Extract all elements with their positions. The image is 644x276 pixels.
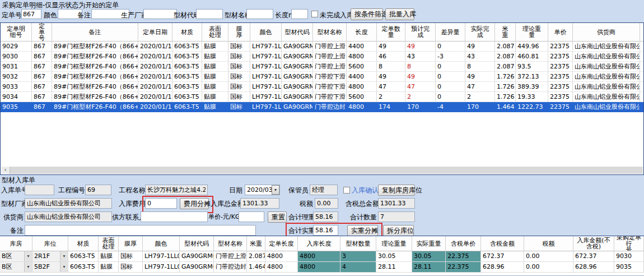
- total-with-tax-input[interactable]: [378, 198, 415, 209]
- horizontal-scrollbar[interactable]: ‹: [1, 167, 643, 174]
- project-name-input[interactable]: [145, 185, 208, 195]
- chevron-down-icon[interactable]: ▾: [60, 251, 68, 261]
- table-row[interactable]: 903386789#门框型材F26-F40（866+867）2020/01/13…: [1, 82, 643, 92]
- column-header[interactable]: 材质: [172, 23, 202, 42]
- chevron-down-icon[interactable]: ▾: [24, 262, 32, 272]
- column-header[interactable]: 入库长度: [298, 236, 340, 251]
- split-location-button[interactable]: 拆分库位: [383, 225, 414, 236]
- cell: 2020/01/13: [138, 92, 172, 102]
- copy-warehouse-button[interactable]: 复制库房库位: [378, 185, 415, 196]
- cell: GA90GRM03: [180, 251, 214, 262]
- total-amount-input[interactable]: [240, 198, 279, 209]
- column-header[interactable]: 定单明 细号: [1, 23, 32, 42]
- inbound-fee-input[interactable]: [145, 198, 177, 209]
- column-header[interactable]: 表面 处理: [99, 236, 119, 251]
- batch-inbound-button[interactable]: 批量入库: [385, 8, 414, 20]
- total-theory-weight-input[interactable]: [313, 211, 338, 222]
- unit-price-input[interactable]: [239, 211, 264, 222]
- profile-name-filter-input[interactable]: [246, 9, 273, 19]
- supplier-contact-input[interactable]: [141, 211, 208, 222]
- table-row[interactable]: 903586789#门框型材F26-F40（866+867）2020/01/13…: [1, 102, 643, 112]
- cell: 1.726: [495, 92, 516, 102]
- column-header[interactable]: 型材名称: [214, 236, 247, 251]
- column-header[interactable]: 颜色: [250, 23, 282, 42]
- column-header[interactable]: 定单数 量: [377, 23, 405, 42]
- column-header[interactable]: 型材名称: [313, 23, 347, 42]
- column-header[interactable]: 长度: [347, 23, 377, 42]
- cell: 国标: [228, 62, 250, 72]
- column-header[interactable]: 型材数量: [340, 236, 376, 251]
- column-header[interactable]: 供货商: [573, 23, 640, 42]
- factory-input[interactable]: [25, 198, 112, 209]
- chevron-down-icon[interactable]: ▾: [60, 262, 68, 272]
- cell: 22375: [548, 92, 573, 102]
- column-header[interactable]: 膜厚: [119, 236, 143, 251]
- cell: 89#门框型材F26-F40（866+867）: [52, 52, 138, 62]
- total-actual-weight-input[interactable]: [313, 225, 338, 236]
- column-header[interactable]: 理论重 量: [516, 23, 548, 42]
- table-row[interactable]: 903086789#门框型材F26-F40（866+867）2020/01/13…: [1, 52, 643, 62]
- inbound-confirm-checkbox[interactable]: [343, 187, 350, 194]
- column-header[interactable]: 含税单价: [446, 236, 481, 251]
- column-header[interactable]: 型材代码: [282, 23, 313, 42]
- table-row[interactable]: 903486789#门框型材F26-F40（866+867）2020/01/13…: [1, 92, 643, 102]
- unfinished-checkbox[interactable]: [311, 11, 318, 17]
- table-row[interactable]: 903286789#门框型材F26-F40（866+867）2020/01/13…: [1, 72, 643, 82]
- column-header[interactable]: 入库金额(不 含税): [573, 236, 614, 251]
- keeper-input[interactable]: [310, 185, 338, 195]
- column-header[interactable]: 定单日期: [138, 23, 172, 42]
- calendar-dropdown-icon[interactable]: ▾: [272, 185, 279, 195]
- column-header[interactable]: 含税金额: [481, 236, 524, 251]
- column-header[interactable]: 颜色: [143, 236, 180, 251]
- column-header[interactable]: 膜 厚: [228, 23, 250, 42]
- project-no-input[interactable]: [85, 185, 111, 195]
- column-header[interactable]: 库房: [0, 236, 32, 251]
- column-header[interactable]: 备注: [52, 23, 138, 42]
- column-header[interactable]: 实际完 成: [465, 23, 495, 42]
- cell: 867: [32, 102, 52, 112]
- column-header[interactable]: 实际重量: [412, 236, 446, 251]
- column-header[interactable]: 理论重量: [376, 236, 412, 251]
- column-header[interactable]: 预计完 成: [405, 23, 436, 42]
- column-header[interactable]: 采购定单行 号: [614, 236, 644, 251]
- table-row[interactable]: B区▾2R1F▾6063-T5贴膜国标LH797-1LL0GA90GRM03门带…: [0, 251, 644, 262]
- length-filter-input[interactable]: [291, 9, 308, 19]
- column-header[interactable]: [640, 23, 644, 42]
- remark-input[interactable]: [25, 225, 256, 236]
- table-row[interactable]: 903186789#门框型材F26-F40（866+867）2020/01/13…: [1, 62, 643, 72]
- combo-cell[interactable]: B区▾: [0, 262, 32, 273]
- actual-weight-allocate-button[interactable]: 实重分摊: [347, 225, 378, 236]
- table-row[interactable]: B区▾5B2F▾6063-T5贴膜国标LH797-1LL0GA90GRM05门带…: [0, 262, 644, 273]
- inbound-lines-table: 库房库位材质表面 处理膜厚颜色型材代码型材名称米重定单长度入库长度型材数量理论重…: [0, 236, 644, 276]
- column-header[interactable]: 定 单 号: [32, 23, 52, 42]
- receipt-no-input[interactable]: [25, 185, 54, 195]
- column-header[interactable]: 差异量: [436, 23, 465, 42]
- combo-cell[interactable]: 2R1F▾: [32, 251, 68, 262]
- reset-button[interactable]: 重置: [268, 211, 287, 223]
- fee-allocate-button[interactable]: 费用分摊: [180, 198, 209, 209]
- tax-input[interactable]: [315, 198, 338, 209]
- combo-cell[interactable]: B区▾: [0, 251, 32, 262]
- supplier-input[interactable]: [25, 211, 112, 222]
- total-qty-input[interactable]: [378, 211, 415, 222]
- column-header[interactable]: 米 重: [495, 23, 516, 42]
- column-header[interactable]: 单价: [548, 23, 573, 42]
- column-header[interactable]: 表面 处理: [202, 23, 228, 42]
- profile-code-filter-input[interactable]: [196, 9, 223, 19]
- cell: 89#门框型材F26-F40（866+867）: [52, 42, 138, 52]
- filter-by-condition-button[interactable]: 按条件筛选: [351, 8, 383, 20]
- column-header[interactable]: 税额: [524, 236, 573, 251]
- cell: 6063-T5: [68, 251, 99, 262]
- scroll-left-icon[interactable]: ‹: [1, 167, 10, 174]
- manufacturer-input[interactable]: [143, 9, 177, 19]
- order-no-input[interactable]: [21, 9, 41, 19]
- column-header[interactable]: 库位: [32, 236, 68, 251]
- combo-cell[interactable]: 5B2F▾: [32, 262, 68, 273]
- date-label: 日期: [228, 185, 242, 196]
- column-header[interactable]: 定单长度: [265, 236, 298, 251]
- column-header[interactable]: 型材代码: [180, 236, 214, 251]
- column-header[interactable]: 米重: [247, 236, 265, 251]
- table-row[interactable]: 902986789#门框型材F26-F40（866+867）2020/01/13…: [1, 42, 643, 52]
- chevron-down-icon[interactable]: ▾: [24, 251, 32, 261]
- column-header[interactable]: 材质: [68, 236, 99, 251]
